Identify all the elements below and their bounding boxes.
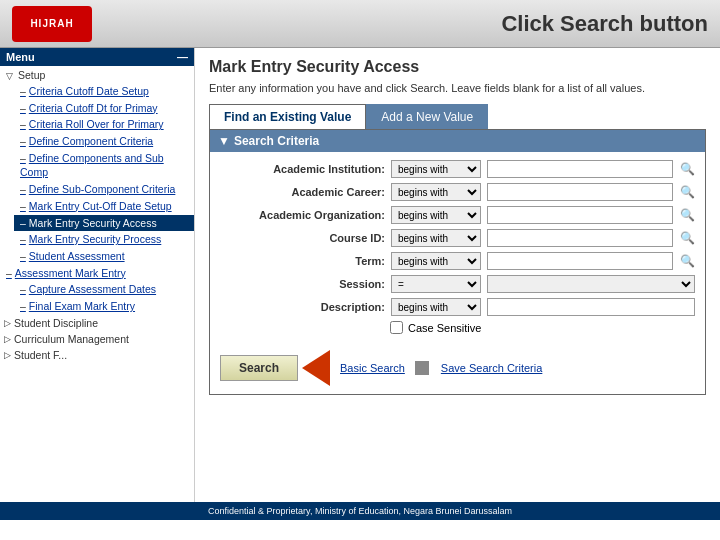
search-icon-course-id[interactable]: 🔍: [679, 230, 695, 246]
criteria-row-organization: Academic Organization: begins withcontai…: [220, 206, 695, 224]
sidebar-group-student-f[interactable]: ▷ Student F...: [0, 347, 194, 363]
minimize-icon[interactable]: —: [177, 51, 188, 63]
tab-bar: Find an Existing Value Add a New Value: [209, 104, 706, 129]
input-term[interactable]: [487, 252, 673, 270]
search-button[interactable]: Search: [220, 355, 298, 381]
label-organization: Academic Organization:: [220, 209, 385, 221]
search-icon-career[interactable]: 🔍: [679, 184, 695, 200]
page-description: Enter any information you have and click…: [209, 82, 706, 94]
sidebar-item-define-sub-component[interactable]: –Define Sub-Component Criteria: [14, 181, 194, 198]
sidebar-item-define-components-sub[interactable]: –Define Components and Sub Comp: [14, 150, 194, 181]
sidebar-item-mark-entry-cutoff[interactable]: –Mark Entry Cut-Off Date Setup: [14, 198, 194, 215]
content-area: Mark Entry Security Access Enter any inf…: [195, 48, 720, 502]
criteria-row-term: Term: begins withcontains= 🔍: [220, 252, 695, 270]
input-course-id[interactable]: [487, 229, 673, 247]
search-btn-container: Search: [220, 350, 330, 386]
sidebar-item-capture-dates[interactable]: –Capture Assessment Dates: [14, 281, 194, 298]
sidebar-header: Menu —: [0, 48, 194, 66]
sidebar-item-assessment-mark-entry[interactable]: –Assessment Mark Entry: [0, 265, 194, 282]
input-session[interactable]: [487, 275, 695, 293]
sidebar-group-student-discipline[interactable]: ▷ Student Discipline: [0, 315, 194, 331]
red-arrow-icon: [302, 350, 330, 386]
case-sensitive-checkbox[interactable]: [390, 321, 403, 334]
setup-items: –Criteria Cutoff Date Setup –Criteria Cu…: [0, 83, 194, 265]
sidebar-item-criteria-roll-over[interactable]: –Criteria Roll Over for Primary: [14, 116, 194, 133]
panel-title: Search Criteria: [234, 134, 319, 148]
label-session: Session:: [220, 278, 385, 290]
sidebar-item-define-component[interactable]: –Define Component Criteria: [14, 133, 194, 150]
sidebar-item-final-exam[interactable]: –Final Exam Mark Entry: [14, 298, 194, 315]
logo: HIJRAH: [12, 6, 92, 42]
header-title: Click Search button: [501, 11, 708, 37]
search-icon-term[interactable]: 🔍: [679, 253, 695, 269]
panel-collapse-icon[interactable]: ▼: [218, 134, 230, 148]
sidebar-item-mark-entry-process[interactable]: –Mark Entry Security Process: [14, 231, 194, 248]
tab-find-existing[interactable]: Find an Existing Value: [209, 104, 366, 129]
operator-course-id[interactable]: begins withcontains=: [391, 229, 481, 247]
search-icon-organization[interactable]: 🔍: [679, 207, 695, 223]
footer-text: Confidential & Proprietary, Ministry of …: [208, 506, 512, 516]
operator-institution[interactable]: begins withcontains=: [391, 160, 481, 178]
operator-career[interactable]: begins withcontains=: [391, 183, 481, 201]
input-organization[interactable]: [487, 206, 673, 224]
input-description[interactable]: [487, 298, 695, 316]
logo-area: HIJRAH: [12, 6, 92, 42]
header: HIJRAH Click Search button: [0, 0, 720, 48]
criteria-row-description: Description: begins withcontains=: [220, 298, 695, 316]
main-layout: Menu — ▽ Setup –Criteria Cutoff Date Set…: [0, 48, 720, 502]
search-panel-header: ▼ Search Criteria: [210, 130, 705, 152]
footer: Confidential & Proprietary, Ministry of …: [0, 502, 720, 520]
sidebar-item-mark-entry-security[interactable]: –Mark Entry Security Access: [14, 215, 194, 232]
sidebar-section-assessment: –Assessment Mark Entry –Capture Assessme…: [0, 265, 194, 315]
operator-session[interactable]: =begins withcontains: [391, 275, 481, 293]
save-search-icon: [415, 361, 429, 375]
case-sensitive-label: Case Sensitive: [408, 322, 481, 334]
setup-section-label: ▽ Setup: [0, 66, 194, 83]
page-title: Mark Entry Security Access: [209, 58, 706, 76]
sidebar-item-criteria-cutoff-dt[interactable]: –Criteria Cutoff Dt for Primay: [14, 100, 194, 117]
arrow-decoration: [302, 350, 330, 386]
save-search-button[interactable]: Save Search Criteria: [441, 362, 543, 374]
criteria-row-career: Academic Career: begins withcontains= 🔍: [220, 183, 695, 201]
operator-term[interactable]: begins withcontains=: [391, 252, 481, 270]
label-description: Description:: [220, 301, 385, 313]
basic-search-button[interactable]: Basic Search: [340, 362, 405, 374]
criteria-row-session: Session: =begins withcontains: [220, 275, 695, 293]
sidebar: Menu — ▽ Setup –Criteria Cutoff Date Set…: [0, 48, 195, 502]
sidebar-section-setup: ▽ Setup –Criteria Cutoff Date Setup –Cri…: [0, 66, 194, 265]
label-institution: Academic Institution:: [220, 163, 385, 175]
sidebar-item-student-assessment[interactable]: –Student Assessment: [14, 248, 194, 265]
search-panel: ▼ Search Criteria Academic Institution: …: [209, 129, 706, 395]
label-course-id: Course ID:: [220, 232, 385, 244]
criteria-row-institution: Academic Institution: begins withcontain…: [220, 160, 695, 178]
search-buttons-row: Search Basic Search Save Search Criteria: [220, 344, 695, 386]
sidebar-group-curriculum[interactable]: ▷ Curriculum Management: [0, 331, 194, 347]
sidebar-item-criteria-cutoff-date[interactable]: –Criteria Cutoff Date Setup: [14, 83, 194, 100]
label-career: Academic Career:: [220, 186, 385, 198]
tab-add-new[interactable]: Add a New Value: [366, 104, 488, 129]
search-icon-institution[interactable]: 🔍: [679, 161, 695, 177]
search-criteria-body: Academic Institution: begins withcontain…: [210, 152, 705, 394]
operator-organization[interactable]: begins withcontains=: [391, 206, 481, 224]
case-sensitive-row: Case Sensitive: [390, 321, 695, 334]
menu-label: Menu: [6, 51, 35, 63]
label-term: Term:: [220, 255, 385, 267]
input-institution[interactable]: [487, 160, 673, 178]
assessment-sub-items: –Capture Assessment Dates –Final Exam Ma…: [0, 281, 194, 314]
criteria-row-course-id: Course ID: begins withcontains= 🔍: [220, 229, 695, 247]
input-career[interactable]: [487, 183, 673, 201]
operator-description[interactable]: begins withcontains=: [391, 298, 481, 316]
